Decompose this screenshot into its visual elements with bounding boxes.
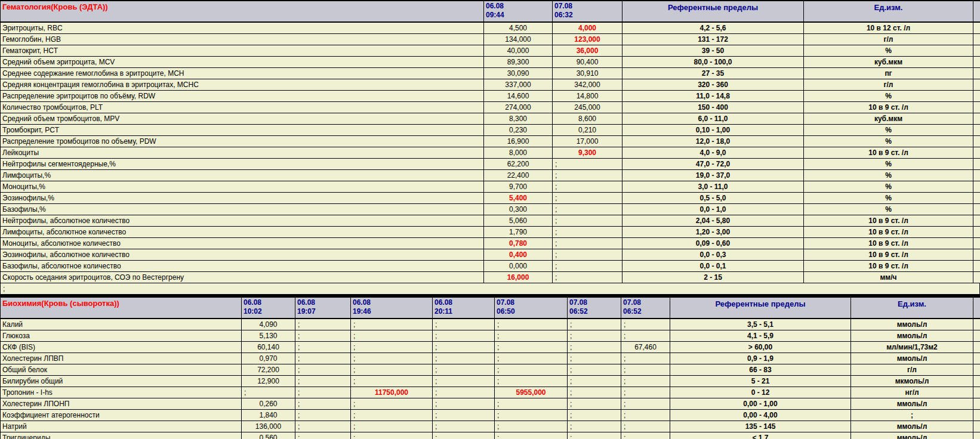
reference-range: 0,00 - 1,00 <box>670 398 851 410</box>
abnormal-result-value: 16,000 <box>484 272 553 283</box>
reference-range: 3,5 - 5,1 <box>670 319 851 330</box>
test-name: Лимфоциты,% <box>1 170 484 181</box>
abnormal-result-value: 36,000 <box>553 45 622 57</box>
empty-value-cell: ; <box>621 421 670 432</box>
unit-of-measure: пг <box>804 68 973 79</box>
result-value: 5,060 <box>484 215 553 227</box>
reference-range: 12,0 - 18,0 <box>622 136 804 147</box>
result-value: 62,200 <box>484 159 553 170</box>
test-name: Холестерин ЛПОНП <box>1 398 242 410</box>
column-header-datetime: 06.0819:46 <box>351 298 433 319</box>
abnormal-result-value: 123,000 <box>553 34 622 45</box>
unit-of-measure: % <box>804 193 973 204</box>
reference-range: 6,0 - 11,0 <box>622 113 804 125</box>
empty-value-cell: ; <box>295 342 351 353</box>
empty-value-cell: ; <box>433 330 495 342</box>
column-header-datetime: 07.0806:50 <box>495 298 568 319</box>
edge-column <box>973 227 980 238</box>
empty-value-cell: ; <box>553 181 622 193</box>
edge-column <box>973 91 980 102</box>
table-row: Лейкоциты8,0009,3004,0 - 9,010 в 9 ст. /… <box>1 147 980 159</box>
column-time: 06:52 <box>569 307 621 316</box>
empty-value-cell: ; <box>295 398 351 410</box>
test-name: Эритроциты, RBC <box>1 22 484 34</box>
result-value: 72,200 <box>242 364 295 376</box>
test-name: Эозинофилы,% <box>1 193 484 204</box>
empty-value-cell: ; <box>553 170 622 181</box>
table-row: Билирубин общий12,900;;;;;;5 - 21мкмоль/… <box>1 376 980 387</box>
result-value: 16,900 <box>484 136 553 147</box>
edge-column <box>973 330 980 342</box>
unit-of-measure: % <box>804 91 973 102</box>
test-name: Нейтрофилы сегментоядерные,% <box>1 159 484 170</box>
test-name: СКФ (BIS) <box>1 342 242 353</box>
test-name: Среднее содержание гемоглобина в эритроц… <box>1 68 484 79</box>
reference-range: 0 - 12 <box>670 387 851 398</box>
empty-value-cell: ; <box>295 410 351 421</box>
test-name: Средняя концентрация гемоглобина в эритр… <box>1 79 484 91</box>
table-row: Тропонин - I-hs;;11750,000;5955,000;;0 -… <box>1 387 980 398</box>
abnormal-result-value: 0,780 <box>484 238 553 249</box>
empty-value-cell: ; <box>553 159 622 170</box>
empty-value-cell: ; <box>433 364 495 376</box>
reference-range: 0,10 - 1,00 <box>622 125 804 136</box>
empty-value-cell: ; <box>351 319 433 330</box>
result-value: 1,790 <box>484 227 553 238</box>
test-name: Холестерин ЛПВП <box>1 353 242 364</box>
test-name: Глюкоза <box>1 330 242 342</box>
test-name: Эозинофилы, абсолютное количество <box>1 249 484 261</box>
unit-of-measure: 10 в 9 ст. /л <box>804 227 973 238</box>
reference-range: 4,1 - 5,9 <box>670 330 851 342</box>
result-value: 0,000 <box>484 261 553 272</box>
result-value: 0,970 <box>242 353 295 364</box>
reference-range: 0,0 - 1,0 <box>622 204 804 215</box>
reference-range: 2,04 - 5,80 <box>622 215 804 227</box>
unit-of-measure: % <box>804 125 973 136</box>
table-row: Базофилы, абсолютное количество0,000;0,0… <box>1 261 980 272</box>
result-value: 14,600 <box>484 91 553 102</box>
empty-value-cell: ; <box>495 353 568 364</box>
unit-of-measure: 10 в 9 ст. /л <box>804 102 973 113</box>
reference-range: 19,0 - 37,0 <box>622 170 804 181</box>
unit-of-measure: мкмоль/л <box>851 376 973 387</box>
edge-column <box>973 204 980 215</box>
empty-value-cell: ; <box>568 387 621 398</box>
reference-range: 27 - 35 <box>622 68 804 79</box>
result-value: 0,300 <box>484 204 553 215</box>
test-name: Натрий <box>1 421 242 432</box>
empty-value-cell: ; <box>295 387 351 398</box>
empty-value-cell: ; <box>495 432 568 439</box>
test-name: Скорость оседания эритроцитов, СОЭ по Ве… <box>1 272 484 283</box>
column-time: 06:32 <box>554 11 622 20</box>
result-value: 60,140 <box>242 342 295 353</box>
unit-of-measure: ; <box>851 410 973 421</box>
edge-column <box>973 215 980 227</box>
reference-range-header: Референтные пределы <box>622 1 804 22</box>
table-row: СКФ (BIS)60,140;;;;;67,460> 60,00мл/мин/… <box>1 342 980 353</box>
table-row: Коэффициент атерогенности1,840;;;;;;0,00… <box>1 410 980 421</box>
edge-column <box>973 102 980 113</box>
abnormal-result-value: 5955,000 <box>495 387 568 398</box>
empty-value-cell: ; <box>568 376 621 387</box>
reference-range: 66 - 83 <box>670 364 851 376</box>
empty-value-cell: ; <box>433 387 495 398</box>
test-name: Триглицериды <box>1 432 242 439</box>
reference-range: 320 - 360 <box>622 79 804 91</box>
test-name: Лейкоциты <box>1 147 484 159</box>
result-value: 1,840 <box>242 410 295 421</box>
reference-range: < 1,7 <box>670 432 851 439</box>
empty-value-cell: ; <box>621 353 670 364</box>
empty-value-cell: ; <box>621 432 670 439</box>
reference-range: 0,00 - 4,00 <box>670 410 851 421</box>
table-row: Эозинофилы,%5,400;0,5 - 5,0% <box>1 193 980 204</box>
reference-range: 0,09 - 0,60 <box>622 238 804 249</box>
result-value: 274,000 <box>484 102 553 113</box>
empty-value-cell: ; <box>495 330 568 342</box>
section-title: Гематология(Кровь (ЭДТА)) <box>1 1 484 22</box>
edge-column <box>973 147 980 159</box>
unit-of-measure: % <box>804 170 973 181</box>
column-time: 19:46 <box>353 307 432 316</box>
units-header: Ед.изм. <box>804 1 973 22</box>
empty-value-cell: ; <box>621 330 670 342</box>
unit-of-measure: ммоль/л <box>851 319 973 330</box>
